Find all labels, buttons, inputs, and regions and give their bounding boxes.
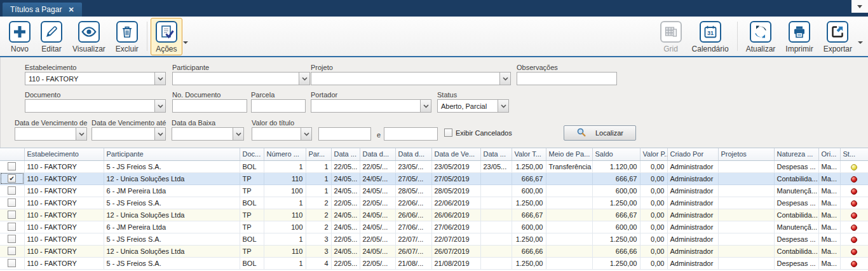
cell[interactable]: 5 - JS Freios S.A.: [104, 197, 240, 209]
tabstrip-overflow-button[interactable]: [851, 0, 868, 13]
cell[interactable]: Manutençã...: [774, 184, 818, 197]
cell[interactable]: 22/07/2019: [431, 233, 480, 245]
cell[interactable]: 28/05/...: [395, 184, 431, 197]
cell[interactable]: [546, 184, 592, 197]
cell[interactable]: 666,66: [512, 245, 546, 257]
cell[interactable]: 1.250,00: [592, 233, 640, 245]
cell[interactable]: 22/06/...: [395, 197, 431, 209]
cell[interactable]: 24/05...: [331, 209, 360, 221]
cell[interactable]: 666,67: [512, 209, 546, 221]
row-select-cell[interactable]: [0, 197, 24, 209]
column-header[interactable]: Ori...: [818, 148, 840, 160]
cell[interactable]: 666,66: [592, 245, 640, 257]
column-header[interactable]: [0, 148, 24, 160]
checkbox-icon[interactable]: [8, 198, 16, 207]
cell[interactable]: 26/06/...: [395, 209, 431, 221]
cell[interactable]: 110 - FAKTORY: [24, 221, 104, 233]
cell[interactable]: 110 - FAKTORY: [24, 245, 104, 257]
cell[interactable]: 1: [306, 160, 331, 172]
cell[interactable]: 21/08/...: [395, 257, 431, 269]
cell[interactable]: 24/05...: [331, 221, 360, 233]
cell[interactable]: 0,00: [640, 172, 667, 184]
cell[interactable]: 110 - FAKTORY: [24, 209, 104, 221]
cell[interactable]: [546, 209, 592, 221]
cell[interactable]: 24/05/...: [360, 245, 395, 257]
cell[interactable]: 28/05/2019: [431, 184, 480, 197]
cell[interactable]: [480, 209, 512, 221]
cell[interactable]: 110 - FAKTORY: [24, 233, 104, 245]
column-header[interactable]: Data d...: [395, 148, 431, 160]
cell[interactable]: [480, 184, 512, 197]
chevron-down-icon[interactable]: [154, 73, 165, 85]
checkbox-icon[interactable]: [8, 211, 16, 219]
cell[interactable]: 12 - Unica Soluções Ltda: [104, 209, 240, 221]
table-row[interactable]: 110 - FAKTORY5 - JS Freios S.A.BOL1422/0…: [0, 257, 868, 269]
imprimir-button[interactable]: Imprimir: [780, 18, 818, 55]
cell[interactable]: Despesas ...: [774, 233, 818, 245]
cell[interactable]: 1: [264, 257, 306, 269]
cell[interactable]: [718, 160, 774, 172]
table-row[interactable]: 110 - FAKTORY12 - Unica Soluções LtdaTP1…: [0, 209, 868, 221]
cell[interactable]: Ma...: [818, 160, 840, 172]
cell[interactable]: TP: [240, 184, 264, 197]
cell[interactable]: 100: [264, 184, 306, 197]
cell[interactable]: 110 - FAKTORY: [24, 160, 104, 172]
cell[interactable]: 110 - FAKTORY: [24, 257, 104, 269]
column-header[interactable]: Meio de Pa...: [546, 148, 592, 160]
cell[interactable]: 100: [264, 221, 306, 233]
cell[interactable]: 1: [306, 172, 331, 184]
cell[interactable]: 24/05...: [331, 172, 360, 184]
participante-combo[interactable]: [172, 72, 310, 85]
cell[interactable]: 666,67: [592, 209, 640, 221]
exportar-button[interactable]: Exportar: [818, 18, 857, 55]
cell[interactable]: 3: [306, 233, 331, 245]
chevron-down-icon[interactable]: [420, 100, 431, 112]
status-cell[interactable]: [840, 233, 868, 245]
valor-titulo-combo[interactable]: [252, 127, 312, 141]
cell[interactable]: [546, 257, 592, 269]
cell[interactable]: [480, 197, 512, 209]
cell[interactable]: [546, 221, 592, 233]
cell[interactable]: Despesas ...: [774, 257, 818, 269]
cell[interactable]: 24/05/...: [360, 172, 395, 184]
data-vencimento-ate-combo[interactable]: [92, 127, 166, 141]
cell[interactable]: 12 - Unica Soluções Ltda: [104, 172, 240, 184]
cell[interactable]: [480, 233, 512, 245]
status-cell[interactable]: [840, 184, 868, 197]
cell[interactable]: 5 - JS Freios S.A.: [104, 257, 240, 269]
column-header[interactable]: St...: [840, 148, 868, 160]
row-select-cell[interactable]: [0, 184, 24, 197]
cell[interactable]: [718, 245, 774, 257]
cell[interactable]: [480, 221, 512, 233]
cell[interactable]: 27/05/...: [395, 172, 431, 184]
cell[interactable]: Ma...: [818, 172, 840, 184]
checkbox-icon[interactable]: [8, 247, 16, 255]
cell[interactable]: Contabilida...: [774, 209, 818, 221]
cell[interactable]: 12 - Unica Soluções Ltda: [104, 245, 240, 257]
cell[interactable]: BOL: [240, 233, 264, 245]
cell[interactable]: 22/07/...: [395, 233, 431, 245]
chevron-down-icon[interactable]: [301, 128, 311, 140]
cell[interactable]: [546, 245, 592, 257]
column-header[interactable]: Estabelecimento: [24, 148, 104, 160]
cell[interactable]: 23/05/2019: [431, 160, 480, 172]
cell[interactable]: Ma...: [818, 257, 840, 269]
cell[interactable]: 600,00: [512, 184, 546, 197]
cell[interactable]: 24/05/...: [360, 209, 395, 221]
parcela-input[interactable]: [252, 100, 305, 112]
documento-combo[interactable]: [25, 99, 166, 113]
column-header[interactable]: Número ...: [264, 148, 306, 160]
table-row[interactable]: 110 - FAKTORY12 - Unica Soluções LtdaTP1…: [0, 245, 868, 257]
cell[interactable]: Contabilida...: [774, 245, 818, 257]
column-header[interactable]: Participante: [104, 148, 240, 160]
cell[interactable]: 0,00: [640, 184, 667, 197]
checkbox-icon[interactable]: [444, 129, 452, 137]
cell[interactable]: 4: [306, 257, 331, 269]
cell[interactable]: 27/06/2019: [431, 221, 480, 233]
cell[interactable]: 1: [264, 160, 306, 172]
chevron-down-icon[interactable]: [499, 73, 510, 85]
cell[interactable]: 110: [264, 172, 306, 184]
cell[interactable]: Ma...: [818, 197, 840, 209]
cell[interactable]: [718, 209, 774, 221]
cell[interactable]: 24/05/...: [360, 184, 395, 197]
